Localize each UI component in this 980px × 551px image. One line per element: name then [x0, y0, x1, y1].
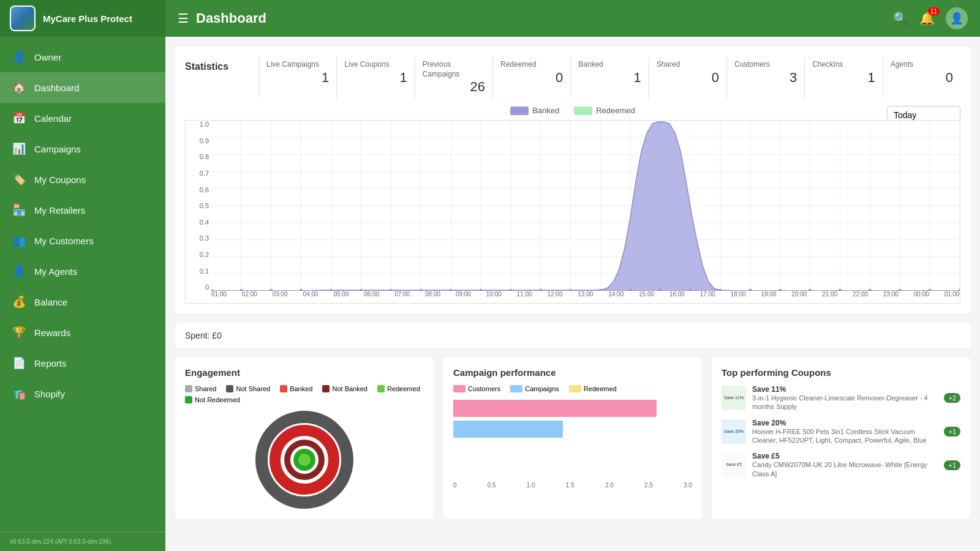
sidebar-header: MyCare Plus Protect	[0, 0, 165, 37]
perf-redeemed-label: Redeemed	[584, 385, 617, 392]
sidebar-item-calendar[interactable]: 📅 Calendar	[0, 103, 165, 133]
hamburger-icon[interactable]: ☰	[178, 11, 189, 26]
perf-bar-row-customers	[453, 400, 692, 417]
donut-container	[185, 411, 424, 509]
donut-chart	[255, 411, 353, 509]
stat-value: 1	[578, 70, 641, 86]
sidebar-label-shopify: Shopify	[34, 389, 65, 399]
eng-banked-dot	[280, 385, 287, 392]
sidebar-icon-rewards: 🏆	[12, 326, 26, 339]
chart-x-labels: 01:0002:0003:0004:0005:0006:0007:0008:00…	[211, 291, 960, 303]
chart-y-label: 0.4	[200, 219, 209, 226]
line-chart-svg	[211, 121, 960, 291]
chart-x-label: 21:00	[822, 291, 837, 303]
notification-count: 11	[928, 7, 940, 15]
sidebar-label-my-agents: My Agents	[34, 266, 77, 277]
chart-x-label: 14:00	[608, 291, 624, 303]
chart-y-label: 0.6	[200, 186, 209, 193]
sidebar-label-campaigns: Campaigns	[34, 144, 81, 154]
stat-value: 26	[423, 79, 485, 95]
chart-y-label: 0.8	[200, 153, 209, 160]
sidebar-label-my-coupons: My Coupons	[34, 174, 86, 185]
notification-bell[interactable]: 🔔 11	[919, 11, 935, 26]
sidebar-item-my-retailers[interactable]: 🏪 My Retailers	[0, 195, 165, 225]
sidebar-icon-balance: 💰	[12, 295, 26, 309]
sidebar-item-balance[interactable]: 💰 Balance	[0, 287, 165, 317]
stat-item-banked: Banked 1	[570, 56, 648, 99]
chart-y-label: 0.3	[200, 234, 209, 242]
chart-x-label: 01:00	[211, 291, 227, 303]
redeemed-legend-item: Redeemed	[574, 106, 635, 115]
stat-label: Banked	[578, 60, 641, 70]
sidebar-icon-owner: 👤	[12, 50, 26, 64]
search-icon[interactable]: 🔍	[893, 11, 908, 26]
stat-label: Live Campaigns	[266, 60, 329, 70]
eng-shared-item: Shared	[185, 385, 216, 392]
perf-bar-row-campaigns	[453, 421, 692, 438]
coupon-thumb-label: Save 20%	[723, 428, 745, 435]
chart-x-label: 07:00	[394, 291, 410, 303]
spent-bar: Spent: £0	[175, 323, 970, 348]
top-bar-right: 🔍 🔔 11 👤	[893, 7, 968, 29]
statistics-card: Statistics Live Campaigns 1 Live Coupons…	[175, 47, 970, 313]
engagement-panel: Engagement Shared Not Shared Banked	[175, 358, 434, 519]
coupon-item: Save 20% Save 20% Hoover H-FREE 500 Pets…	[722, 419, 960, 445]
coupon-thumbnail: Save £5	[722, 453, 746, 478]
chart-x-label: 06:00	[364, 291, 379, 303]
sidebar-icon-shopify: 🛍️	[12, 387, 26, 400]
chart-x-label: 05:00	[333, 291, 349, 303]
sidebar-item-my-coupons[interactable]: 🏷️ My Coupons	[0, 164, 165, 195]
eng-banked-label: Banked	[290, 385, 312, 392]
sidebar-nav: 👤 Owner 🏠 Dashboard 📅 Calendar 📊 Campaig…	[0, 37, 165, 531]
stats-label: Statistics	[185, 56, 258, 72]
chart-inner	[211, 121, 960, 291]
campaign-performance-panel: Campaign performance Customers Campaigns…	[443, 358, 702, 519]
chart-x-label: 09:00	[456, 291, 471, 303]
redeemed-legend-label: Redeemed	[596, 106, 635, 115]
app-logo	[10, 6, 36, 31]
stat-item-agents: Agents 0	[883, 56, 960, 99]
coupon-item: Save 11% Save 11% 3-in-1 Hygienic Cleane…	[722, 385, 960, 411]
eng-not-banked-dot	[322, 385, 330, 392]
sidebar-label-balance: Balance	[34, 297, 67, 307]
perf-customers-item: Customers	[453, 385, 500, 392]
coupon-info: Save 20% Hoover H-FREE 500 Pets 3in1 Cor…	[752, 419, 938, 445]
avatar[interactable]: 👤	[946, 7, 968, 29]
eng-shared-label: Shared	[195, 385, 216, 392]
coupon-name: Save £5	[752, 452, 938, 460]
stat-value: 3	[734, 70, 797, 86]
chart-x-label: 18:00	[731, 291, 746, 303]
perf-bar-campaigns	[453, 421, 563, 438]
chart-y-label: 0.5	[200, 202, 209, 209]
chart-x-label: 00:00	[914, 291, 929, 303]
stat-value: 1	[812, 70, 875, 86]
perf-campaigns-item: Campaigns	[510, 385, 559, 392]
sidebar-item-my-customers[interactable]: 👥 My Customers	[0, 225, 165, 256]
sidebar-item-owner[interactable]: 👤 Owner	[0, 42, 165, 72]
coupon-name: Save 11%	[752, 385, 938, 394]
chart-x-label: 02:00	[242, 291, 257, 303]
sidebar-icon-my-coupons: 🏷️	[12, 173, 26, 186]
stat-label: Previous Campaigns	[423, 60, 485, 79]
coupon-badge: +2	[944, 393, 960, 403]
coupon-name: Save 20%	[752, 419, 938, 427]
eng-not-shared-item: Not Shared	[226, 385, 270, 392]
chart-x-label: 08:00	[425, 291, 440, 303]
sidebar-label-rewards: Rewards	[34, 328, 70, 338]
top-coupons-title: Top performing Coupons	[722, 367, 960, 378]
coupon-badge: +1	[944, 427, 960, 437]
perf-redeemed-dot	[569, 385, 581, 392]
chart-y-label: 0.9	[200, 137, 209, 144]
banked-legend-item: Banked	[510, 106, 559, 115]
sidebar-item-dashboard[interactable]: 🏠 Dashboard	[0, 72, 165, 103]
sidebar-item-my-agents[interactable]: 👤 My Agents	[0, 256, 165, 287]
stat-value: 1	[266, 70, 329, 86]
sidebar-item-shopify[interactable]: 🛍️ Shopify	[0, 378, 165, 409]
eng-not-redeemed-dot	[185, 396, 192, 403]
chart-x-label: 15:00	[639, 291, 654, 303]
sidebar-item-campaigns[interactable]: 📊 Campaigns	[0, 133, 165, 164]
coupon-thumbnail: Save 20%	[722, 419, 746, 444]
sidebar-item-rewards[interactable]: 🏆 Rewards	[0, 317, 165, 348]
sidebar-item-reports[interactable]: 📄 Reports	[0, 348, 165, 378]
eng-not-shared-dot	[226, 385, 233, 392]
